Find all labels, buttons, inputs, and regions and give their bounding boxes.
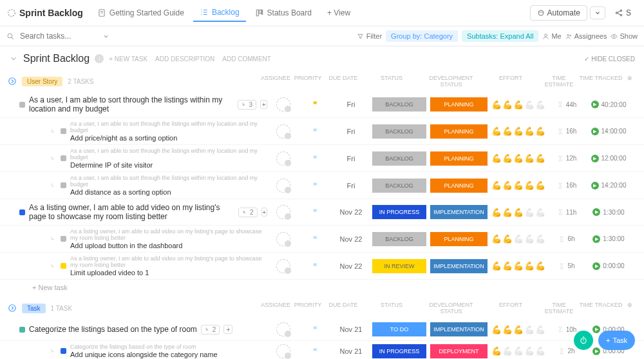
effort-cell[interactable]: 💪💪💪💪💪 <box>489 325 547 335</box>
group-collapse-icon[interactable] <box>8 77 17 86</box>
assignee-placeholder[interactable] <box>276 179 290 193</box>
status-square[interactable] <box>19 209 25 215</box>
duedate-cell[interactable]: Fri <box>332 182 370 189</box>
devstatus-pill[interactable]: IMPLEMENTATION <box>430 259 488 273</box>
add-subtask-button[interactable]: + <box>261 208 267 217</box>
assignee-placeholder[interactable] <box>276 151 290 166</box>
duedate-cell[interactable]: Nov 22 <box>332 235 370 243</box>
status-square[interactable] <box>61 236 66 242</box>
duedate-cell[interactable]: Nov 21 <box>332 347 370 355</box>
assignee-placeholder[interactable] <box>276 344 290 358</box>
priority-cell[interactable] <box>299 128 332 135</box>
status-pill[interactable]: IN REVIEW <box>372 259 426 273</box>
duedate-cell[interactable]: Fri <box>332 155 370 162</box>
fab-new-task[interactable]: + Task <box>598 331 635 350</box>
effort-cell[interactable]: 💪💪💪💪💪 <box>489 180 547 190</box>
show-button[interactable]: Show <box>611 32 638 40</box>
status-square[interactable] <box>19 102 25 108</box>
effort-cell[interactable]: 💪💪💪💪💪 <box>489 208 547 217</box>
status-pill[interactable]: BACKLOG <box>372 232 426 246</box>
tab-status-board[interactable]: Status Board <box>249 5 318 21</box>
add-description-link[interactable]: ADD DESCRIPTION <box>155 55 214 63</box>
assignee-placeholder[interactable] <box>276 124 290 139</box>
subtask-count[interactable]: 3 <box>238 100 257 110</box>
tab-backlog[interactable]: Backlog <box>193 4 246 22</box>
status-pill[interactable]: TO DO <box>372 322 426 336</box>
status-pill[interactable]: BACKLOG <box>372 97 426 112</box>
tracked-cell[interactable]: ▶14:00:00 <box>586 128 631 135</box>
groupby-chip[interactable]: Group by: Category <box>386 30 458 42</box>
subtask-row[interactable]: As a user, I am able to sort through the… <box>0 118 644 145</box>
add-column-button[interactable]: ⊕ <box>623 75 636 88</box>
estimate-cell[interactable]: 44h <box>547 101 586 108</box>
devstatus-pill[interactable]: PLANNING <box>430 232 488 246</box>
subtask-row[interactable]: Categorize the listings based on the typ… <box>0 341 644 359</box>
effort-cell[interactable]: 💪💪💪💪💪 <box>489 126 547 136</box>
status-square[interactable] <box>61 128 66 134</box>
priority-cell[interactable] <box>299 347 332 355</box>
estimate-cell[interactable]: 12h <box>547 155 586 162</box>
add-subtask-button[interactable]: + <box>223 325 232 334</box>
tracked-cell[interactable]: ▶40:20:00 <box>586 101 631 108</box>
assignee-placeholder[interactable] <box>276 97 290 112</box>
collapse-icon[interactable] <box>9 54 18 63</box>
new-task-link[interactable]: + NEW TASK <box>109 55 147 63</box>
subtask-count[interactable]: 2 <box>201 325 220 335</box>
add-subtask-button[interactable]: + <box>260 100 267 109</box>
priority-cell[interactable] <box>299 101 332 108</box>
status-pill[interactable]: IN PROGRESS <box>372 205 426 219</box>
estimate-cell[interactable]: 5h <box>547 262 586 269</box>
assignee-placeholder[interactable] <box>276 259 290 273</box>
devstatus-pill[interactable]: IMPLEMENTATION <box>430 322 488 336</box>
duedate-cell[interactable]: Nov 22 <box>332 262 370 270</box>
status-square[interactable] <box>61 182 66 188</box>
devstatus-pill[interactable]: PLANNING <box>430 97 488 112</box>
status-pill[interactable]: BACKLOG <box>372 124 426 139</box>
priority-cell[interactable] <box>299 182 332 189</box>
assignee-placeholder[interactable] <box>276 232 290 246</box>
filter-button[interactable]: Filter <box>357 32 382 40</box>
devstatus-pill[interactable]: PLANNING <box>430 124 488 139</box>
tracked-cell[interactable]: ▶0:00:00 <box>586 262 631 270</box>
devstatus-pill[interactable]: PLANNING <box>430 151 488 166</box>
group-badge[interactable]: Task <box>22 304 46 313</box>
duedate-cell[interactable]: Fri <box>332 101 370 108</box>
status-pill[interactable]: IN PROGRESS <box>372 344 426 358</box>
duedate-cell[interactable]: Fri <box>332 128 370 135</box>
subtask-count[interactable]: 2 <box>238 208 258 217</box>
tracked-cell[interactable]: ▶1:30:00 <box>586 208 631 216</box>
subtask-row[interactable]: As a user, I am able to sort through the… <box>0 145 644 172</box>
tracked-cell[interactable]: ▶1:30:00 <box>586 235 631 243</box>
add-column-button[interactable]: ⊕ <box>623 302 636 315</box>
automate-button[interactable]: Automate <box>530 5 587 21</box>
tab-getting-started[interactable]: Getting Started Guide <box>91 5 191 21</box>
status-square[interactable] <box>61 263 66 269</box>
info-icon[interactable]: i <box>95 54 104 63</box>
devstatus-pill[interactable]: PLANNING <box>430 179 488 193</box>
effort-cell[interactable]: 💪💪💪💪💪 <box>489 234 547 244</box>
task-row[interactable]: As a listing owner, I am able to add vid… <box>0 199 644 226</box>
add-view-button[interactable]: + View <box>321 5 357 21</box>
subtask-row[interactable]: As a listing owner, I am able to add vid… <box>0 226 644 253</box>
assignee-placeholder[interactable] <box>276 322 290 336</box>
duedate-cell[interactable]: Nov 22 <box>332 208 370 216</box>
subtask-row[interactable]: As a user, I am able to sort through the… <box>0 172 644 199</box>
priority-cell[interactable] <box>299 208 332 216</box>
tracked-cell[interactable]: ▶14:20:00 <box>586 182 631 189</box>
search-input[interactable] <box>20 32 97 41</box>
group-badge[interactable]: User Story <box>22 77 62 86</box>
hide-closed-toggle[interactable]: ✓ HIDE CLOSED <box>584 55 635 63</box>
subtask-row[interactable]: As a listing owner, I am able to add vid… <box>0 253 644 280</box>
assignees-filter[interactable]: Assignees <box>565 32 607 40</box>
status-square[interactable] <box>61 155 66 161</box>
status-pill[interactable]: BACKLOG <box>372 179 426 193</box>
fab-record[interactable] <box>574 331 593 350</box>
effort-cell[interactable]: 💪💪💪💪💪 <box>489 261 547 271</box>
subtasks-chip[interactable]: Subtasks: Expand All <box>462 30 538 42</box>
effort-cell[interactable]: 💪💪💪💪💪 <box>489 153 547 163</box>
new-task-button[interactable]: + New task <box>0 280 644 298</box>
estimate-cell[interactable]: 11h <box>547 209 586 216</box>
estimate-cell[interactable]: 16h <box>547 182 586 189</box>
priority-cell[interactable] <box>299 262 332 270</box>
estimate-cell[interactable]: 6h <box>547 235 586 242</box>
